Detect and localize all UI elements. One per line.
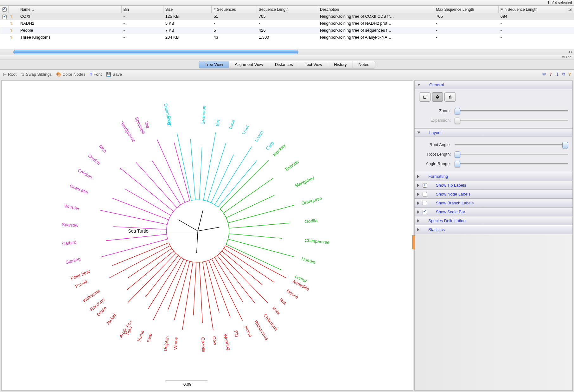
h-scroll-thumb[interactable] <box>13 50 298 54</box>
section-show-scale-bar[interactable]: Show Scale Bar <box>415 208 572 216</box>
mail-icon[interactable]: ✉ <box>542 72 546 77</box>
header-check[interactable] <box>0 6 9 13</box>
col-desc[interactable]: Description <box>318 6 434 13</box>
col-max[interactable]: Max Sequence Length <box>434 6 498 13</box>
root-button[interactable]: ⊢Root <box>3 72 16 77</box>
font-button[interactable]: TFont <box>90 72 102 77</box>
tab-tree-view[interactable]: Tree View <box>199 61 229 68</box>
cell-min: 684 <box>498 13 566 20</box>
section-statistics[interactable]: Statistics <box>415 225 572 234</box>
cell-size: 204 KB <box>163 34 212 41</box>
hide-button[interactable]: ≋Hide <box>0 55 574 60</box>
section-formatting[interactable]: Formatting <box>415 172 572 181</box>
col-min[interactable]: Min Sequence Length <box>498 6 566 13</box>
section-layout-header[interactable]: Layout <box>415 129 572 137</box>
cell-bin: - <box>121 34 163 41</box>
cell-seqlen: 705 <box>257 13 318 20</box>
root-length-slider[interactable] <box>455 154 568 155</box>
section-general-body: ⊏ ✲ ⋔ Zoom: Expansion: <box>415 89 572 129</box>
table-row[interactable]: ⟟People-7 KB5426Neighbor-Joining tree of… <box>0 27 574 34</box>
taxon-label[interactable]: Gazelle <box>201 337 206 352</box>
scale-bar <box>166 381 207 381</box>
layout-unrooted-button[interactable]: ⋔ <box>444 92 456 102</box>
swap-siblings-button[interactable]: ⇅Swap Siblings <box>21 72 52 77</box>
cell-name: Three Kingdoms <box>18 34 121 41</box>
table-row[interactable]: ⟟NADH2-5 KB--Neighbor-Joining tree of NA… <box>0 20 574 27</box>
section-show-branch-labels[interactable]: Show Branch Labels <box>415 199 572 208</box>
tree-icon: ⟟ <box>10 14 13 19</box>
root-icon: ⊢ <box>3 72 7 77</box>
section-check-icon[interactable] <box>423 192 427 196</box>
cell-max: - <box>434 27 498 34</box>
h-scrollbar[interactable]: ◂ ▸ <box>0 49 574 55</box>
sidebar-drag-handle[interactable] <box>412 235 415 249</box>
export-icon[interactable]: ⇪ <box>549 72 552 77</box>
header-icon-col <box>9 6 18 13</box>
tab-notes[interactable]: Notes <box>353 61 375 68</box>
save-button[interactable]: 💾Save <box>106 72 122 77</box>
help-icon[interactable]: ? <box>568 72 571 77</box>
layout-rectangular-button[interactable]: ⊏ <box>419 92 430 102</box>
cell-bin: - <box>121 27 163 34</box>
zoom-slider-row: Zoom: <box>419 106 568 116</box>
popout-icon[interactable]: ⧉ <box>562 72 565 77</box>
section-check-icon[interactable] <box>423 210 427 214</box>
cell-min: - <box>498 34 566 41</box>
section-show-node-labels[interactable]: Show Node Labels <box>415 190 572 199</box>
expansion-slider[interactable] <box>455 120 568 121</box>
color-nodes-button[interactable]: 🎨Color Nodes <box>56 72 85 77</box>
layout-polar-button[interactable]: ✲ <box>432 92 443 102</box>
section-check-icon[interactable] <box>423 201 427 205</box>
restore-icon[interactable]: ↧ <box>556 72 559 77</box>
disclose-icon <box>417 228 419 231</box>
cell-name: COXII <box>18 13 121 20</box>
cell-bin: - <box>121 13 163 20</box>
view-tab-segment: Tree ViewAlignment ViewDistancesText Vie… <box>199 61 375 68</box>
col-name[interactable]: Name▲ <box>18 6 121 13</box>
swap-icon: ⇅ <box>21 72 24 77</box>
table-row[interactable]: ⟟Three Kingdoms-204 KB431,300Neighbor-Jo… <box>0 34 574 41</box>
taxon-label[interactable]: Frog <box>167 116 172 125</box>
header-row: Name▲ Bin Size # Sequences Sequence Leng… <box>0 6 574 13</box>
check-all-icon[interactable] <box>2 7 7 12</box>
font-icon: T <box>90 72 92 77</box>
section-show-tip-labels[interactable]: Show Tip Labels <box>415 181 572 190</box>
disclose-icon <box>417 210 419 214</box>
section-check-icon[interactable] <box>423 183 427 188</box>
col-nseq[interactable]: # Sequences <box>212 6 257 13</box>
taxon-label[interactable]: Sea Turtle <box>128 228 148 234</box>
section-species-delimitation[interactable]: Species Delimitation <box>415 216 572 225</box>
expansion-label: Expansion: <box>419 118 451 123</box>
h-scroll-arrows[interactable]: ◂ ▸ <box>568 50 573 54</box>
taxon-label[interactable]: Sparrow <box>62 222 79 228</box>
status-bar: 1 of 4 selected <box>0 0 574 6</box>
tab-history[interactable]: History <box>328 61 353 68</box>
tree-canvas[interactable]: Sea TurtleStarlingCatbirdSparrowWarblerG… <box>1 80 413 391</box>
taxon-label[interactable]: Eel <box>214 119 220 127</box>
cell-desc: Neighbor-Joining tree of NADH2 prot… <box>318 20 434 27</box>
save-icon: 💾 <box>106 72 111 77</box>
row-check-icon[interactable] <box>2 15 7 19</box>
root-angle-slider[interactable] <box>455 144 568 145</box>
taxon-label[interactable]: Seahorse <box>201 106 207 125</box>
disclose-icon <box>417 202 419 205</box>
tree-icon: ⟟ <box>10 21 13 26</box>
section-general-header[interactable]: General <box>415 81 572 89</box>
cell-min: - <box>498 20 566 27</box>
cell-name: People <box>18 27 121 34</box>
cell-max: 705 <box>434 13 498 20</box>
tab-alignment-view[interactable]: Alignment View <box>229 61 269 68</box>
col-bin[interactable]: Bin <box>121 6 163 13</box>
tab-distances[interactable]: Distances <box>269 61 299 68</box>
col-seqlen[interactable]: Sequence Length <box>257 6 318 13</box>
tab-text-view[interactable]: Text View <box>299 61 328 68</box>
cell-max: - <box>434 20 498 27</box>
taxon-label[interactable]: Whale <box>173 337 179 350</box>
angle-range-slider[interactable] <box>455 163 568 164</box>
col-menu[interactable]: ⇲ <box>566 6 574 13</box>
col-size[interactable]: Size <box>163 6 212 13</box>
table-row[interactable]: ⟟COXII-125 KB51705Neighbor-Joining tree … <box>0 13 574 20</box>
tree-icon: ⟟ <box>10 28 13 33</box>
cell-seqlen: 1,300 <box>257 34 318 41</box>
zoom-slider[interactable] <box>455 110 568 112</box>
